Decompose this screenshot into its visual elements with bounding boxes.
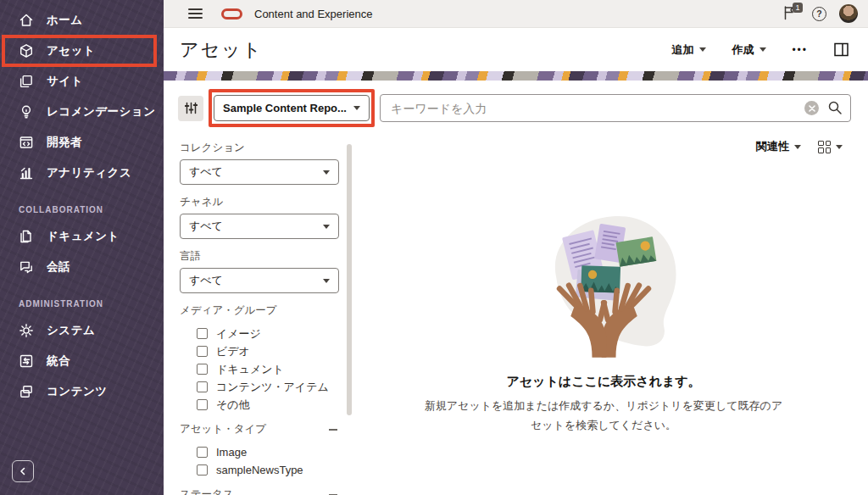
search-button[interactable] xyxy=(827,100,843,115)
filter-option-videos[interactable]: ビデオ xyxy=(180,342,339,360)
sidebar-section-collaboration: COLLABORATION xyxy=(19,205,164,214)
sites-icon xyxy=(19,74,34,89)
asset-type-header: アセット・タイプ xyxy=(180,422,339,437)
filter-option-samplenewstype[interactable]: sampleNewsType xyxy=(180,461,339,479)
sidebar-item-label: アセット xyxy=(47,43,95,58)
main-area: Content and Experience 1 ? アセット 追加 xyxy=(164,0,868,495)
sidebar-section-administration: ADMINISTRATION xyxy=(19,299,164,309)
checkbox[interactable] xyxy=(197,346,208,357)
add-button[interactable]: 追加 xyxy=(671,42,706,58)
chevron-down-icon xyxy=(323,225,330,229)
results-header: 関連性 xyxy=(756,131,868,154)
notification-badge: 1 xyxy=(793,3,803,13)
content-row: コレクション すべて チャネル すべて 言語 すべて メディア・グループ xyxy=(164,131,868,495)
language-filter-value: すべて xyxy=(189,273,323,288)
filter-option-documents[interactable]: ドキュメント xyxy=(180,360,339,378)
chat-icon xyxy=(19,259,34,275)
repository-select-value: Sample Content Repo... xyxy=(223,102,347,114)
chevron-down-icon xyxy=(353,106,360,110)
sidebar-item-system[interactable]: システム xyxy=(0,315,164,346)
sidebar-nav: ホーム アセット サイト レコメンデーション xyxy=(0,0,164,407)
sidebar-item-assets[interactable]: アセット xyxy=(0,36,164,66)
checkbox[interactable] xyxy=(197,447,208,458)
channel-filter-label: チャネル xyxy=(180,195,339,209)
chevron-down-icon xyxy=(323,170,330,175)
search-input[interactable] xyxy=(380,94,851,122)
notifications-button[interactable]: 1 xyxy=(782,5,799,22)
channel-filter-value: すべて xyxy=(189,219,323,234)
clear-search-button[interactable] xyxy=(804,101,819,115)
view-mode-dropdown[interactable] xyxy=(818,141,843,153)
repository-select[interactable]: Sample Content Repo... xyxy=(214,95,370,121)
checkbox[interactable] xyxy=(197,464,208,476)
filter-option-content-items[interactable]: コンテンツ・アイテム xyxy=(180,378,339,396)
integration-icon xyxy=(19,353,34,369)
sidebar-item-sites[interactable]: サイト xyxy=(0,66,164,97)
help-button[interactable]: ? xyxy=(812,7,826,21)
collection-filter-select[interactable]: すべて xyxy=(180,159,339,185)
media-group-header: メディア・グループ xyxy=(180,303,339,318)
filter-scrollbar[interactable] xyxy=(347,144,352,415)
sidebar-item-home[interactable]: ホーム xyxy=(0,5,164,36)
empty-state-description: 新規アセットを追加または作成するか、リポジトリを変更して既存のアセットを検索して… xyxy=(424,397,784,436)
create-button[interactable]: 作成 xyxy=(732,42,766,58)
collection-filter-label: コレクション xyxy=(180,141,339,155)
developer-icon xyxy=(19,135,34,150)
filter-option-label: ビデオ xyxy=(216,344,250,359)
home-icon xyxy=(19,13,34,28)
more-actions-button[interactable]: ••• xyxy=(792,44,808,56)
gear-icon xyxy=(19,323,34,338)
filter-option-label: sampleNewsType xyxy=(216,464,303,476)
sidebar-item-recommendations[interactable]: レコメンデーション xyxy=(0,97,164,127)
sidebar-item-integrations[interactable]: 統合 xyxy=(0,346,164,376)
oracle-logo xyxy=(221,8,242,19)
hamburger-menu-icon[interactable] xyxy=(188,8,203,19)
filter-option-images[interactable]: イメージ xyxy=(180,325,339,342)
cube-icon xyxy=(19,43,34,58)
title-actions: 追加 作成 ••• xyxy=(671,42,849,58)
checkbox[interactable] xyxy=(197,399,208,410)
title-bar: アセット 追加 作成 ••• xyxy=(164,28,868,71)
side-panel-icon[interactable] xyxy=(833,42,849,58)
sidebar-item-label: システム xyxy=(47,323,95,338)
sidebar-item-conversations[interactable]: 会話 xyxy=(0,252,164,282)
filter-option-label: コンテンツ・アイテム xyxy=(216,380,329,395)
sidebar-item-label: サイト xyxy=(47,74,83,89)
chevron-down-icon xyxy=(699,47,706,52)
checkbox[interactable] xyxy=(197,328,208,339)
sidebar-item-documents[interactable]: ドキュメント xyxy=(0,221,164,252)
sidebar-item-developer[interactable]: 開発者 xyxy=(0,127,164,158)
status-label: ステータス xyxy=(180,487,234,495)
assets-toolbar: Sample Content Repo... xyxy=(164,81,868,131)
status-header: ステータス xyxy=(180,487,339,495)
sidebar: ホーム アセット サイト レコメンデーション xyxy=(0,0,164,495)
sidebar-item-label: アナリティクス xyxy=(47,165,131,181)
collapse-section-icon[interactable] xyxy=(329,429,337,431)
filter-option-others[interactable]: その他 xyxy=(180,396,339,414)
filter-toggle-button[interactable] xyxy=(178,96,203,121)
sidebar-item-label: 統合 xyxy=(47,353,70,369)
empty-state: アセットはここに表示されます。 新規アセットを追加または作成するか、リポジトリを… xyxy=(424,202,784,436)
sidebar-item-content[interactable]: コンテンツ xyxy=(0,376,164,407)
close-icon xyxy=(809,105,815,112)
question-icon: ? xyxy=(816,8,821,19)
topbar-actions: 1 ? xyxy=(782,4,858,23)
app-window: ホーム アセット サイト レコメンデーション xyxy=(0,0,868,495)
user-avatar[interactable] xyxy=(839,4,858,23)
filter-option-label: その他 xyxy=(216,398,250,413)
sidebar-item-analytics[interactable]: アナリティクス xyxy=(0,158,164,188)
sidebar-item-label: 開発者 xyxy=(47,135,82,150)
filter-panel: コレクション すべて チャネル すべて 言語 すべて メディア・グループ xyxy=(180,131,339,495)
language-filter-label: 言語 xyxy=(180,249,339,264)
chevron-down-icon xyxy=(836,145,843,149)
filter-option-image-type[interactable]: Image xyxy=(180,443,339,461)
checkbox[interactable] xyxy=(197,364,208,375)
sidebar-collapse-button[interactable] xyxy=(12,460,34,482)
channel-filter-select[interactable]: すべて xyxy=(180,214,339,239)
bar-chart-icon xyxy=(19,165,34,181)
results-area: 関連性 xyxy=(339,131,868,495)
collection-filter-value: すべて xyxy=(189,164,323,180)
sort-dropdown[interactable]: 関連性 xyxy=(756,139,801,154)
checkbox[interactable] xyxy=(197,381,208,392)
language-filter-select[interactable]: すべて xyxy=(180,268,339,293)
